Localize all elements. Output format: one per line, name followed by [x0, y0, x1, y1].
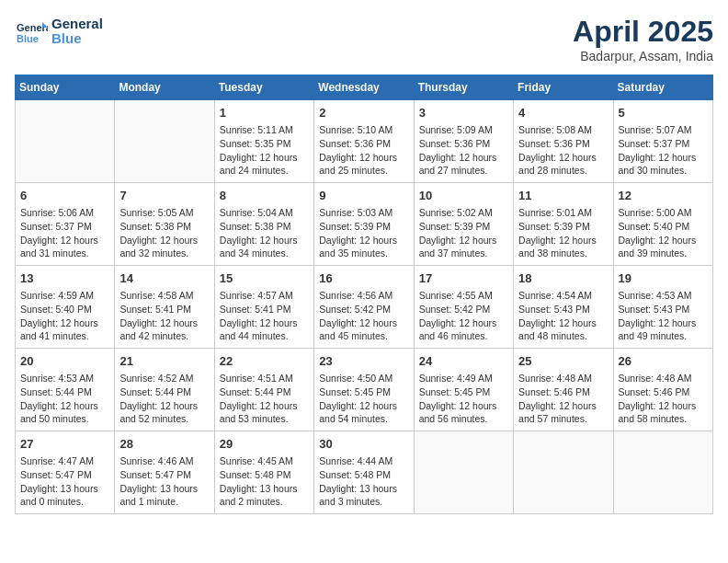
day-number: 25 — [518, 353, 608, 370]
day-number: 5 — [619, 105, 708, 121]
day-info: Sunrise: 5:05 AM Sunset: 5:38 PM Dayligh… — [119, 206, 209, 260]
day-info: Sunrise: 5:04 AM Sunset: 5:38 PM Dayligh… — [220, 206, 309, 260]
day-info: Sunrise: 5:07 AM Sunset: 5:37 PM Dayligh… — [619, 123, 708, 178]
day-number: 16 — [319, 270, 408, 287]
day-info: Sunrise: 4:55 AM Sunset: 5:42 PM Dayligh… — [419, 289, 508, 343]
day-info: Sunrise: 5:03 AM Sunset: 5:39 PM Dayligh… — [319, 206, 408, 260]
day-info: Sunrise: 4:57 AM Sunset: 5:41 PM Dayligh… — [220, 289, 309, 343]
day-cell: 15Sunrise: 4:57 AM Sunset: 5:41 PM Dayli… — [214, 266, 313, 349]
day-info: Sunrise: 4:44 AM Sunset: 5:48 PM Dayligh… — [319, 454, 408, 509]
day-number: 14 — [119, 270, 209, 287]
day-info: Sunrise: 5:02 AM Sunset: 5:39 PM Dayligh… — [419, 206, 508, 260]
day-cell: 2Sunrise: 5:10 AM Sunset: 5:36 PM Daylig… — [314, 100, 414, 183]
day-info: Sunrise: 5:06 AM Sunset: 5:37 PM Dayligh… — [20, 206, 109, 260]
logo-line1: General — [51, 17, 103, 32]
day-number: 23 — [319, 353, 408, 370]
day-number: 2 — [319, 105, 408, 121]
day-number: 12 — [619, 188, 708, 204]
logo-text: General Blue — [51, 17, 103, 47]
day-cell: 30Sunrise: 4:44 AM Sunset: 5:48 PM Dayli… — [314, 431, 414, 514]
day-info: Sunrise: 4:54 AM Sunset: 5:43 PM Dayligh… — [518, 289, 608, 343]
day-cell: 10Sunrise: 5:02 AM Sunset: 5:39 PM Dayli… — [414, 183, 513, 266]
col-header-monday: Monday — [115, 75, 214, 100]
day-cell — [613, 431, 712, 514]
day-cell: 25Sunrise: 4:48 AM Sunset: 5:46 PM Dayli… — [514, 349, 613, 431]
day-number: 27 — [20, 436, 109, 453]
day-cell: 5Sunrise: 5:07 AM Sunset: 5:37 PM Daylig… — [613, 100, 712, 183]
day-info: Sunrise: 4:47 AM Sunset: 5:47 PM Dayligh… — [20, 454, 109, 509]
location: Badarpur, Assam, India — [573, 49, 713, 63]
day-cell: 4Sunrise: 5:08 AM Sunset: 5:36 PM Daylig… — [514, 100, 613, 183]
day-info: Sunrise: 4:59 AM Sunset: 5:40 PM Dayligh… — [20, 289, 109, 343]
day-number: 29 — [220, 436, 309, 453]
day-cell: 7Sunrise: 5:05 AM Sunset: 5:38 PM Daylig… — [115, 183, 214, 266]
day-info: Sunrise: 5:00 AM Sunset: 5:40 PM Dayligh… — [619, 206, 708, 260]
day-number: 15 — [220, 270, 309, 287]
day-number: 9 — [319, 188, 408, 204]
day-number: 20 — [20, 353, 109, 370]
day-cell: 19Sunrise: 4:53 AM Sunset: 5:43 PM Dayli… — [613, 266, 712, 349]
logo: General Blue General Blue — [15, 15, 103, 48]
day-number: 11 — [518, 188, 608, 204]
day-number: 21 — [119, 353, 209, 370]
day-cell: 28Sunrise: 4:46 AM Sunset: 5:47 PM Dayli… — [115, 431, 214, 514]
day-cell: 16Sunrise: 4:56 AM Sunset: 5:42 PM Dayli… — [314, 266, 414, 349]
day-cell: 8Sunrise: 5:04 AM Sunset: 5:38 PM Daylig… — [214, 183, 313, 266]
day-number: 28 — [119, 436, 209, 453]
day-number: 18 — [518, 270, 608, 287]
day-number: 26 — [619, 353, 708, 370]
calendar-table: SundayMondayTuesdayWednesdayThursdayFrid… — [15, 75, 713, 514]
week-row-4: 20Sunrise: 4:53 AM Sunset: 5:44 PM Dayli… — [16, 349, 713, 431]
week-row-2: 6Sunrise: 5:06 AM Sunset: 5:37 PM Daylig… — [16, 183, 713, 266]
title-block: April 2025 Badarpur, Assam, India — [573, 15, 713, 63]
col-header-tuesday: Tuesday — [214, 75, 313, 100]
day-number: 7 — [119, 188, 209, 204]
day-cell: 29Sunrise: 4:45 AM Sunset: 5:48 PM Dayli… — [214, 431, 313, 514]
day-info: Sunrise: 4:58 AM Sunset: 5:41 PM Dayligh… — [119, 289, 209, 343]
page-header: General Blue General Blue April 2025 Bad… — [15, 15, 713, 63]
logo-line2: Blue — [51, 31, 103, 47]
day-info: Sunrise: 4:52 AM Sunset: 5:44 PM Dayligh… — [119, 372, 209, 426]
day-number: 19 — [619, 270, 708, 287]
day-info: Sunrise: 4:51 AM Sunset: 5:44 PM Dayligh… — [220, 372, 309, 426]
day-cell: 18Sunrise: 4:54 AM Sunset: 5:43 PM Dayli… — [514, 266, 613, 349]
day-number: 6 — [20, 188, 109, 204]
col-header-wednesday: Wednesday — [314, 75, 414, 100]
day-number: 8 — [220, 188, 309, 204]
day-cell — [414, 431, 513, 514]
logo-icon: General Blue — [15, 15, 48, 48]
day-number: 3 — [419, 105, 508, 121]
month-year: April 2025 — [573, 15, 713, 49]
day-cell: 9Sunrise: 5:03 AM Sunset: 5:39 PM Daylig… — [314, 183, 414, 266]
day-cell: 23Sunrise: 4:50 AM Sunset: 5:45 PM Dayli… — [314, 349, 414, 431]
day-cell: 3Sunrise: 5:09 AM Sunset: 5:36 PM Daylig… — [414, 100, 513, 183]
day-info: Sunrise: 4:53 AM Sunset: 5:43 PM Dayligh… — [619, 289, 708, 343]
day-cell: 21Sunrise: 4:52 AM Sunset: 5:44 PM Dayli… — [115, 349, 214, 431]
day-info: Sunrise: 4:56 AM Sunset: 5:42 PM Dayligh… — [319, 289, 408, 343]
day-cell: 14Sunrise: 4:58 AM Sunset: 5:41 PM Dayli… — [115, 266, 214, 349]
day-number: 22 — [220, 353, 309, 370]
day-number: 10 — [419, 188, 508, 204]
day-cell: 20Sunrise: 4:53 AM Sunset: 5:44 PM Dayli… — [16, 349, 115, 431]
day-cell: 1Sunrise: 5:11 AM Sunset: 5:35 PM Daylig… — [214, 100, 313, 183]
week-row-1: 1Sunrise: 5:11 AM Sunset: 5:35 PM Daylig… — [16, 100, 713, 183]
day-number: 1 — [220, 105, 309, 121]
day-cell: 24Sunrise: 4:49 AM Sunset: 5:45 PM Dayli… — [414, 349, 513, 431]
col-header-saturday: Saturday — [613, 75, 712, 100]
day-cell: 27Sunrise: 4:47 AM Sunset: 5:47 PM Dayli… — [16, 431, 115, 514]
day-number: 4 — [518, 105, 608, 121]
day-cell — [16, 100, 115, 183]
day-info: Sunrise: 4:48 AM Sunset: 5:46 PM Dayligh… — [518, 372, 608, 426]
day-number: 30 — [319, 436, 408, 453]
day-info: Sunrise: 5:10 AM Sunset: 5:36 PM Dayligh… — [319, 123, 408, 178]
day-cell: 26Sunrise: 4:48 AM Sunset: 5:46 PM Dayli… — [613, 349, 712, 431]
day-number: 17 — [419, 270, 508, 287]
day-info: Sunrise: 4:49 AM Sunset: 5:45 PM Dayligh… — [419, 372, 508, 426]
day-number: 13 — [20, 270, 109, 287]
week-row-5: 27Sunrise: 4:47 AM Sunset: 5:47 PM Dayli… — [16, 431, 713, 514]
day-cell: 13Sunrise: 4:59 AM Sunset: 5:40 PM Dayli… — [16, 266, 115, 349]
day-cell: 6Sunrise: 5:06 AM Sunset: 5:37 PM Daylig… — [16, 183, 115, 266]
day-info: Sunrise: 4:45 AM Sunset: 5:48 PM Dayligh… — [220, 454, 309, 509]
day-info: Sunrise: 5:08 AM Sunset: 5:36 PM Dayligh… — [518, 123, 608, 178]
day-cell: 22Sunrise: 4:51 AM Sunset: 5:44 PM Dayli… — [214, 349, 313, 431]
